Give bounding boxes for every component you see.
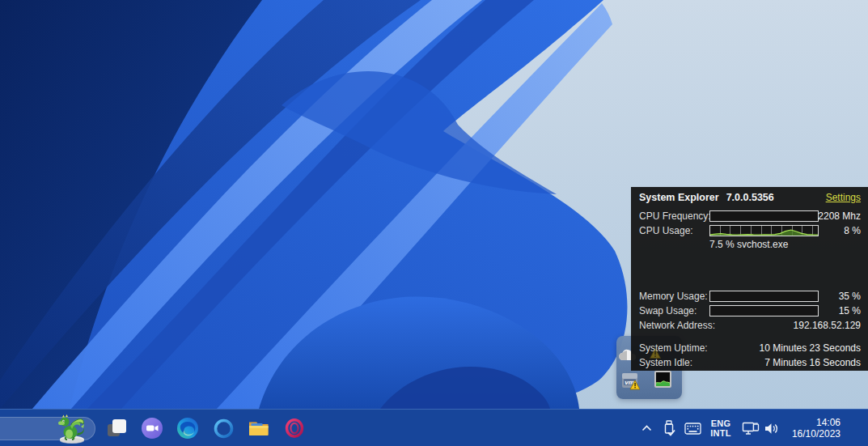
speaker-icon: [764, 422, 779, 435]
chat-button[interactable]: [136, 412, 168, 444]
swap-usage-value: 15 %: [839, 305, 861, 316]
opera-ring-app-button[interactable]: [278, 412, 311, 444]
language-line2: INTL: [710, 428, 731, 438]
memory-usage-value: 35 %: [839, 291, 861, 302]
volume-button[interactable]: [760, 414, 781, 442]
network-status-button[interactable]: [739, 414, 762, 442]
opera-ring-icon: [283, 417, 306, 440]
system-idle-row: System Idle: 7 Minutes 16 Seconds: [631, 356, 868, 369]
language-line1: ENG: [711, 418, 731, 428]
show-hidden-icons-button[interactable]: [637, 414, 656, 442]
date-text: 16/10/2023: [792, 428, 840, 440]
settings-link[interactable]: Settings: [826, 192, 861, 203]
system-explorer-panel: System Explorer7.0.0.5356 Settings CPU F…: [631, 187, 868, 371]
blue-ring-icon: [213, 418, 235, 440]
network-address-label: Network Address:: [639, 320, 715, 331]
network-address-value: 192.168.52.129: [794, 320, 861, 331]
cpu-frequency-row: CPU Frequency: 2208 Mhz: [631, 210, 868, 223]
memory-usage-label: Memory Usage:: [639, 291, 708, 302]
edge-browser-button[interactable]: [171, 412, 204, 444]
system-uptime-row: System Uptime: 10 Minutes 23 Seconds: [631, 342, 868, 355]
safely-remove-hardware-button[interactable]: [658, 414, 680, 442]
file-explorer-button[interactable]: [243, 412, 275, 444]
file-explorer-icon: [247, 417, 271, 440]
chevron-up-icon: [641, 425, 652, 431]
cpu-usage-value: 8 %: [844, 225, 861, 236]
keyboard-icon: [684, 423, 701, 435]
touch-keyboard-button[interactable]: [681, 414, 704, 442]
memory-usage-row: Memory Usage: 35 %: [631, 290, 868, 303]
app-version: 7.0.0.5356: [726, 192, 774, 203]
system-idle-label: System Idle:: [639, 357, 692, 368]
swap-usage-row: Swap Usage: 15 %: [631, 304, 868, 317]
cpu-frequency-bar: [709, 210, 819, 222]
network-address-row: Network Address: 192.168.52.129: [631, 319, 868, 332]
hidden-tray-warning-icon[interactable]: [650, 348, 661, 359]
usb-check-icon: [662, 420, 676, 437]
language-indicator[interactable]: ENG INTL: [705, 414, 736, 442]
swap-usage-label: Swap Usage:: [639, 305, 697, 316]
system-explorer-tray-icon[interactable]: [654, 370, 672, 389]
task-view-button[interactable]: [100, 412, 133, 444]
edge-icon: [176, 417, 199, 440]
top-process-text: 7.5 % svchost.exe: [709, 239, 788, 250]
swap-usage-bar: [709, 305, 819, 316]
vmware-tools-icon[interactable]: vm: [621, 372, 640, 390]
task-view-icon: [106, 418, 128, 440]
cpu-frequency-value: 2208 Mhz: [818, 210, 861, 222]
app-name: System Explorer: [639, 192, 719, 203]
cpu-usage-row: CPU Usage: 8 %: [631, 224, 868, 237]
time-text: 14:06: [792, 417, 840, 428]
clock[interactable]: 14:06 16/10/2023: [792, 414, 840, 442]
cpu-frequency-label: CPU Frequency:: [639, 210, 711, 222]
cpu-usage-graph: [709, 225, 819, 236]
system-uptime-value: 10 Minutes 23 Seconds: [760, 342, 861, 354]
search-highlight-dragon-icon[interactable]: [52, 412, 91, 444]
blue-ring-app-button[interactable]: [207, 412, 239, 444]
ethernet-network-icon: [742, 421, 760, 436]
desktop: vm System Explorer7.0.0.5356 Settings CP…: [0, 0, 868, 446]
taskbar: ENG INTL 14:06 16/10/2023 6: [0, 409, 868, 446]
system-idle-value: 7 Minutes 16 Seconds: [764, 357, 861, 368]
panel-title: System Explorer7.0.0.5356: [639, 192, 774, 203]
chat-video-icon: [141, 417, 163, 440]
memory-usage-bar: [709, 291, 819, 302]
cpu-usage-label: CPU Usage:: [639, 225, 693, 236]
